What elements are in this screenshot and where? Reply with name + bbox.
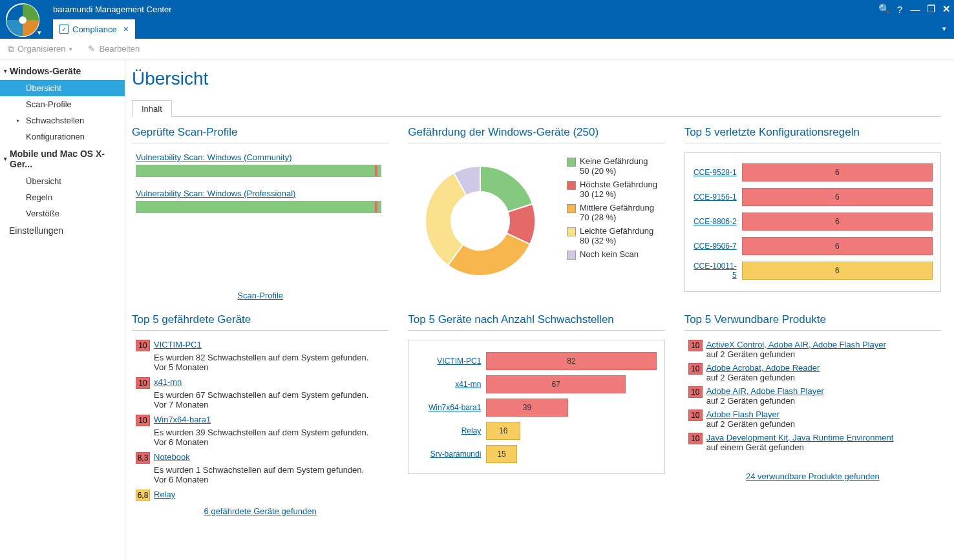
product-link[interactable]: ActiveX Control, Adobe AIR, Adobe Flash … [706,340,886,349]
rule-row: CCE-10011-56 [693,262,933,280]
app-logo: ▾ [5,3,43,36]
sidebar-item-regeln[interactable]: Regeln [0,189,125,205]
devices-footer-link[interactable]: 6 gefährdete Geräte gefunden [204,506,317,516]
legend-item: Noch kein Scan [567,249,657,260]
products-footer-link[interactable]: 24 verwundbare Produkte gefunden [746,472,880,481]
device-bar-row: x41-mn67 [416,375,656,393]
scan-profile-link-1[interactable]: Vulnerability Scan: Windows (Professiona… [136,189,295,198]
legend-item: Keine Gefährdung50 (20 %) [567,156,657,176]
titlebar: baramundi Management Center 🔍 ? — ❐ ✕ [0,0,954,18]
device-bar: 39 [486,399,567,417]
progress-bar-1 [136,201,381,213]
device-time: Vor 5 Monaten [136,362,388,372]
sidebar-item-uebersicht2[interactable]: Übersicht [0,173,125,189]
device-link[interactable]: Relay [154,490,175,499]
sidebar: ▾Windows-Geräte Übersicht Scan-Profile ▸… [0,59,125,560]
tabbar-chevron-icon[interactable]: ▾ [935,18,954,39]
score-badge: 10 [688,410,703,421]
score-badge: 10 [136,340,150,351]
rule-link[interactable]: CCE-9506-7 [693,242,737,251]
device-bar: 82 [486,352,656,370]
device-bar-link[interactable]: Srv-baramundi [416,450,481,459]
legend-item: Leichte Gefährdung80 (32 %) [567,226,657,245]
minimize-icon[interactable]: — [907,4,923,15]
device-link[interactable]: Win7x64-bara1 [154,415,211,424]
product-row: 10Java Development Kit, Java Runtime Env… [688,433,941,452]
device-row: 10VICTIM-PC1Es wurden 82 Schwachstellen … [136,340,388,372]
edit-button[interactable]: ✎ Bearbeiten [88,44,140,54]
sidebar-section-mobile[interactable]: ▾Mobile und Mac OS X-Ger... [0,145,125,173]
panel-devices: Top 5 gefährdete Geräte 10VICTIM-PC1Es w… [132,313,388,516]
inner-tab-inhalt[interactable]: Inhalt [132,100,172,117]
panel-title: Geprüfte Scan-Profile [132,126,388,143]
device-bar-row: Relay16 [416,422,656,440]
sidebar-section-einstellungen[interactable]: Einstellungen [0,222,125,240]
device-bar-link[interactable]: x41-mn [416,380,481,389]
organize-button[interactable]: ⧉ Organisieren ▾ [8,44,72,54]
close-icon[interactable]: ✕ [938,3,954,15]
product-detail: auf 2 Geräten gefunden [706,396,824,406]
legend-item: Höchste Gefährdung30 (12 %) [567,180,657,199]
device-bar-link[interactable]: VICTIM-PC1 [416,357,481,366]
score-badge: 10 [136,415,150,426]
rule-link[interactable]: CCE-9528-1 [693,168,737,177]
scan-profile-link-0[interactable]: Vulnerability Scan: Windows (Community) [136,152,292,162]
chevron-down-icon: ▾ [69,46,72,52]
caret-icon: ▸ [17,118,19,123]
sidebar-section-windows[interactable]: ▾Windows-Geräte [0,62,125,80]
tab-close-icon[interactable]: × [123,24,129,34]
panel-device-bars: Top 5 Geräte nach Anzahl Schwachstellen … [408,313,664,516]
score-badge: 10 [136,377,150,389]
device-bar-row: VICTIM-PC182 [416,352,656,370]
device-detail: Es wurden 82 Schwachstellen auf dem Syst… [136,353,388,362]
device-bar-row: Srv-baramundi15 [416,445,656,463]
rule-row: CCE-9156-16 [693,188,933,206]
device-bar: 16 [486,422,520,440]
device-bar-link[interactable]: Win7x64-bara1 [416,403,481,412]
main-content: Übersicht Inhalt Geprüfte Scan-Profile V… [125,59,954,560]
sidebar-item-scan-profile[interactable]: Scan-Profile [0,96,125,112]
toolbar: ⧉ Organisieren ▾ ✎ Bearbeiten [0,39,954,59]
device-detail: Es wurden 39 Schwachstellen auf dem Syst… [136,428,388,437]
rule-link[interactable]: CCE-10011-5 [693,262,737,280]
maximize-icon[interactable]: ❐ [923,3,938,15]
product-link[interactable]: Adobe Flash Player [706,410,779,419]
sidebar-item-verstoesse[interactable]: Verstöße [0,205,125,222]
score-badge: 10 [688,433,703,444]
panel-title: Gefährdung der Windows-Geräte (250) [408,126,664,143]
help-icon[interactable]: ? [892,4,907,15]
product-detail: auf 2 Geräten gefunden [706,419,795,429]
rule-link[interactable]: CCE-8806-2 [693,217,737,226]
donut-legend: Keine Gefährdung50 (20 %)Höchste Gefährd… [567,156,657,264]
progress-bar-0 [136,165,381,177]
panel-scan-profiles: Geprüfte Scan-Profile Vulnerability Scan… [132,126,388,300]
device-time: Vor 6 Monaten [136,437,388,447]
score-badge: 10 [688,386,703,398]
panel-risk: Gefährdung der Windows-Geräte (250) Kein… [408,126,664,300]
device-detail: Es wurden 1 Schwachstellen auf dem Syste… [136,465,388,475]
device-link[interactable]: VICTIM-PC1 [154,340,202,349]
sidebar-item-konfigurationen[interactable]: Konfigurationen [0,129,125,145]
scan-profile-footer-link[interactable]: Scan-Profile [237,291,283,300]
panel-title: Top 5 gefährdete Geräte [132,313,388,331]
device-bar: 67 [486,375,626,393]
device-time: Vor 6 Monaten [136,475,388,484]
product-row: 10ActiveX Control, Adobe AIR, Adobe Flas… [688,340,941,359]
device-detail: Es wurden 67 Schwachstellen auf dem Syst… [136,390,388,400]
device-link[interactable]: Notebook [154,452,190,462]
device-link[interactable]: x41-mn [154,377,182,387]
device-bar-link[interactable]: Relay [416,426,481,435]
product-link[interactable]: Java Development Kit, Java Runtime Envir… [706,433,894,442]
score-badge: 6,8 [136,490,150,501]
legend-item: Mittlere Gefährdung70 (28 %) [567,203,657,222]
rule-link[interactable]: CCE-9156-1 [693,192,737,202]
score-badge: 10 [688,363,703,375]
product-row: 10Adobe Acrobat, Adobe Readerauf 2 Gerät… [688,363,941,382]
product-link[interactable]: Adobe AIR, Adobe Flash Player [706,386,824,396]
tab-compliance[interactable]: ✓ Compliance × [53,18,135,39]
caret-icon: ▾ [4,156,7,162]
product-link[interactable]: Adobe Acrobat, Adobe Reader [706,363,820,373]
search-icon[interactable]: 🔍 [876,3,892,15]
sidebar-item-uebersicht[interactable]: Übersicht [0,80,125,96]
sidebar-item-schwachstellen[interactable]: ▸Schwachstellen [0,112,125,129]
